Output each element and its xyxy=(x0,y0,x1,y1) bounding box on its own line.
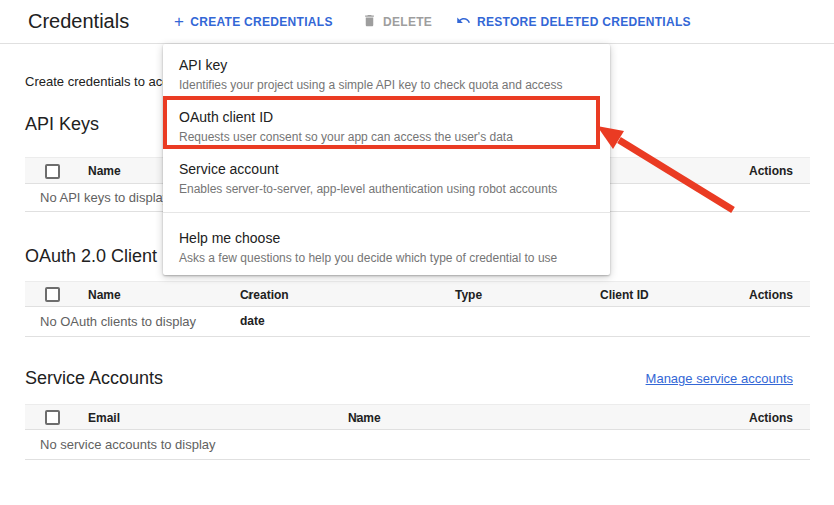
page-header: Credentials + CREATE CREDENTIALS DELETE … xyxy=(0,0,834,44)
column-email: Email xyxy=(88,405,120,431)
service-accounts-table-header: Email Name↑ Actions xyxy=(25,404,810,430)
menu-item-desc: Requests user consent so your app can ac… xyxy=(179,129,596,145)
manage-service-accounts-link[interactable]: Manage service accounts xyxy=(646,371,793,386)
oauth-empty-row: No OAuth clients to display xyxy=(25,307,810,337)
sort-desc-icon: ↓ xyxy=(246,282,252,308)
delete-label: DELETE xyxy=(383,15,432,29)
menu-item-service-account[interactable]: Service account Enables server-to-server… xyxy=(179,160,596,197)
column-actions: Actions xyxy=(749,282,793,308)
column-client-id: Client ID xyxy=(600,282,649,308)
sort-asc-icon: ↑ xyxy=(354,405,360,431)
create-credentials-menu: API key Identifies your project using a … xyxy=(163,44,610,275)
column-actions: Actions xyxy=(749,405,793,431)
page-title: Credentials xyxy=(28,10,129,33)
delete-button[interactable]: DELETE xyxy=(362,12,432,32)
column-type: Type xyxy=(455,282,482,308)
select-all-checkbox[interactable] xyxy=(45,287,60,302)
api-keys-heading: API Keys xyxy=(25,114,99,135)
menu-item-title: Help me choose xyxy=(179,229,596,248)
menu-item-title: OAuth client ID xyxy=(179,108,596,127)
select-all-checkbox[interactable] xyxy=(45,410,60,425)
service-accounts-heading: Service Accounts xyxy=(25,368,163,389)
column-actions: Actions xyxy=(749,158,793,185)
oauth-empty-text: No OAuth clients to display xyxy=(40,307,196,337)
plus-icon: + xyxy=(174,14,184,30)
undo-icon xyxy=(456,13,471,31)
column-name: Name xyxy=(88,282,121,308)
restore-deleted-credentials-button[interactable]: RESTORE DELETED CREDENTIALS xyxy=(456,12,691,32)
menu-item-api-key[interactable]: API key Identifies your project using a … xyxy=(179,56,596,93)
menu-item-title: API key xyxy=(179,56,596,75)
service-accounts-empty-row: No service accounts to display xyxy=(25,430,810,460)
menu-item-desc: Asks a few questions to help you decide … xyxy=(179,250,596,266)
menu-item-desc: Enables server-to-server, app-level auth… xyxy=(179,181,596,197)
menu-divider xyxy=(163,212,610,213)
menu-item-title: Service account xyxy=(179,160,596,179)
trash-icon xyxy=(362,13,377,31)
menu-item-help-me-choose[interactable]: Help me choose Asks a few questions to h… xyxy=(179,229,596,266)
column-name: Name xyxy=(88,158,121,185)
menu-item-desc: Identifies your project using a simple A… xyxy=(179,77,596,93)
api-keys-empty-text: No API keys to display xyxy=(40,184,169,212)
create-credentials-button[interactable]: + CREATE CREDENTIALS xyxy=(174,12,333,32)
credentials-page: Credentials + CREATE CREDENTIALS DELETE … xyxy=(0,0,834,505)
oauth-table-header: Name Creation date↓ Type Client ID Actio… xyxy=(25,281,810,307)
create-credentials-label: CREATE CREDENTIALS xyxy=(190,15,333,29)
restore-label: RESTORE DELETED CREDENTIALS xyxy=(477,15,691,29)
select-all-checkbox[interactable] xyxy=(45,164,60,179)
menu-item-oauth-client-id[interactable]: OAuth client ID Requests user consent so… xyxy=(179,108,596,145)
service-accounts-empty-text: No service accounts to display xyxy=(40,430,216,460)
